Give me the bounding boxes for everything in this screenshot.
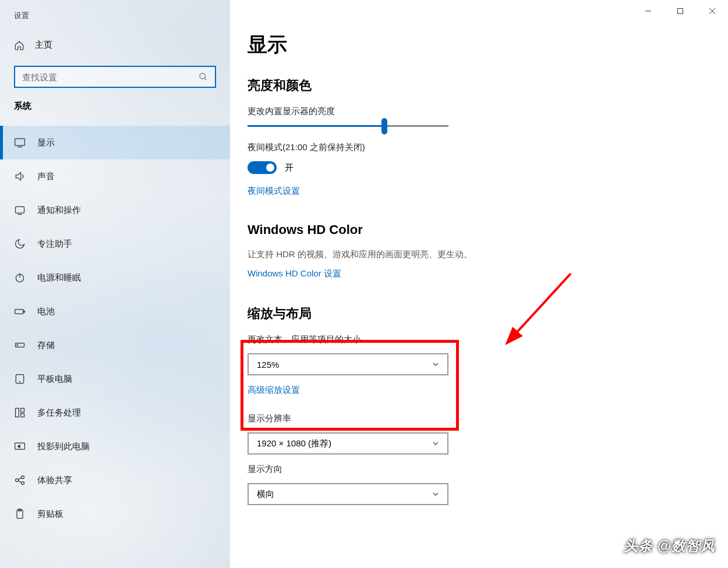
storage-icon — [14, 339, 26, 351]
sidebar-item-sound[interactable]: 声音 — [0, 159, 230, 193]
sidebar-item-tablet[interactable]: 平板电脑 — [0, 362, 230, 396]
brightness-label: 更改内置显示器的亮度 — [248, 106, 728, 117]
night-mode-label: 夜间模式(21:00 之前保持关闭) — [248, 142, 728, 153]
sidebar-item-label: 剪贴板 — [37, 509, 63, 520]
chevron-down-icon — [432, 489, 439, 499]
svg-rect-4 — [16, 207, 24, 213]
svg-point-17 — [16, 479, 19, 482]
sidebar-item-battery[interactable]: 电池 — [0, 294, 230, 328]
orientation-value: 横向 — [257, 489, 274, 500]
hd-settings-link[interactable]: Windows HD Color 设置 — [248, 268, 728, 279]
search-input-wrap[interactable] — [14, 66, 216, 88]
tablet-icon — [14, 373, 26, 385]
search-input[interactable] — [15, 72, 192, 82]
sidebar-item-label: 通知和操作 — [37, 205, 81, 216]
resolution-dropdown[interactable]: 1920 × 1080 (推荐) — [248, 432, 448, 455]
section-brightness-title: 亮度和颜色 — [248, 77, 728, 94]
hd-desc: 让支持 HDR 的视频、游戏和应用的画面更明亮、更生动。 — [248, 249, 728, 260]
svg-point-18 — [22, 476, 24, 479]
svg-line-1 — [204, 78, 206, 80]
sidebar-item-label: 声音 — [37, 171, 55, 182]
display-icon — [14, 137, 26, 148]
sidebar-item-shared[interactable]: 体验共享 — [0, 463, 230, 497]
page-title: 显示 — [248, 0, 728, 77]
svg-point-0 — [200, 73, 205, 79]
svg-rect-14 — [21, 409, 24, 413]
home-icon — [14, 40, 24, 51]
notifications-icon — [14, 204, 26, 216]
section-scale-title: 缩放与布局 — [248, 305, 728, 322]
section-hd-title: Windows HD Color — [248, 222, 728, 237]
shared-icon — [14, 474, 26, 486]
brightness-slider[interactable] — [248, 125, 448, 127]
sidebar-item-label: 显示 — [37, 137, 55, 148]
app-title: 设置 — [0, 0, 230, 33]
main-content: 显示 亮度和颜色 更改内置显示器的亮度 夜间模式(21:00 之前保持关闭) 开… — [230, 0, 728, 568]
night-mode-settings-link[interactable]: 夜间模式设置 — [248, 186, 728, 197]
sidebar-item-power[interactable]: 电源和睡眠 — [0, 261, 230, 294]
sidebar-item-project[interactable]: 投影到此电脑 — [0, 429, 230, 463]
sidebar-item-label: 多任务处理 — [37, 407, 81, 418]
sound-icon — [14, 171, 26, 182]
sidebar-item-label: 专注助手 — [37, 239, 72, 250]
svg-rect-15 — [21, 414, 24, 417]
sidebar-item-multitask[interactable]: 多任务处理 — [0, 396, 230, 429]
sidebar-item-focus[interactable]: 专注助手 — [0, 227, 230, 261]
svg-point-10 — [17, 345, 18, 346]
svg-line-20 — [19, 478, 22, 480]
sidebar-item-home[interactable]: 主页 — [0, 33, 230, 58]
sidebar-home-label: 主页 — [35, 40, 52, 51]
sidebar-item-label: 电源和睡眠 — [37, 272, 81, 283]
slider-thumb[interactable] — [381, 118, 387, 134]
resolution-value: 1920 × 1080 (推荐) — [257, 438, 331, 449]
sidebar: 设置 主页 系统 显示 声音 通知和操作 — [0, 0, 230, 568]
night-mode-toggle[interactable] — [248, 161, 277, 174]
sidebar-item-label: 平板电脑 — [37, 374, 72, 385]
svg-point-19 — [22, 482, 24, 485]
sidebar-item-display[interactable]: 显示 — [0, 126, 230, 159]
orientation-dropdown[interactable]: 横向 — [248, 483, 448, 505]
svg-rect-2 — [15, 139, 25, 145]
watermark: 头条 @数智风 — [624, 537, 715, 555]
sidebar-item-clipboard[interactable]: 剪贴板 — [0, 497, 230, 531]
clipboard-icon — [14, 508, 26, 520]
sidebar-item-label: 体验共享 — [37, 475, 72, 486]
svg-rect-7 — [15, 310, 23, 314]
svg-rect-8 — [24, 311, 25, 313]
sidebar-item-label: 电池 — [37, 306, 55, 317]
chevron-down-icon — [432, 439, 439, 449]
sidebar-item-notifications[interactable]: 通知和操作 — [0, 193, 230, 227]
svg-line-21 — [19, 481, 22, 482]
battery-icon — [14, 306, 26, 317]
orientation-label: 显示方向 — [248, 464, 728, 475]
sidebar-item-storage[interactable]: 存储 — [0, 328, 230, 362]
svg-rect-13 — [16, 409, 19, 417]
sidebar-section-title: 系统 — [0, 101, 230, 126]
power-icon — [14, 272, 26, 283]
toggle-state-label: 开 — [285, 162, 294, 173]
sidebar-item-label: 投影到此电脑 — [37, 441, 90, 452]
annotation-highlight-box — [241, 340, 459, 431]
sidebar-item-label: 存储 — [37, 340, 55, 351]
focus-icon — [14, 238, 26, 250]
multitask-icon — [14, 407, 26, 418]
search-icon — [192, 72, 215, 81]
project-icon — [14, 441, 26, 452]
